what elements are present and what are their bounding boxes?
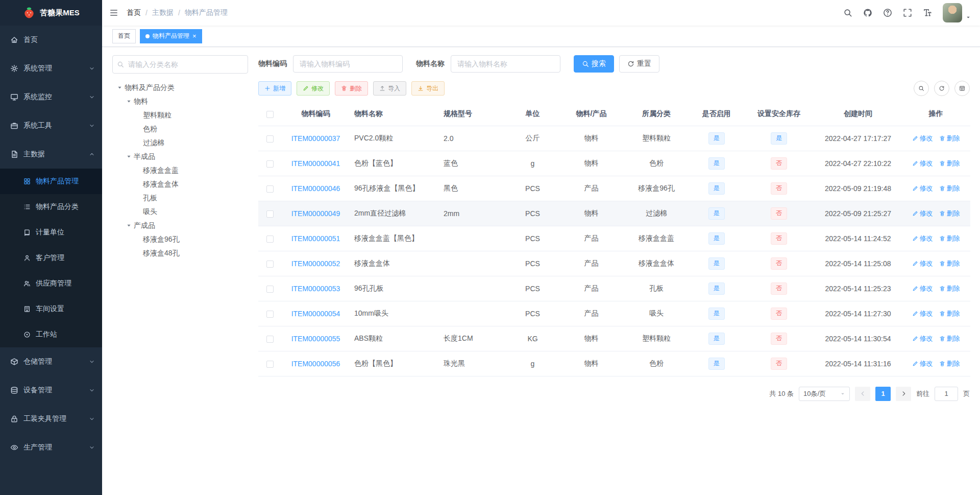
safety-stock-tag[interactable]: 否 xyxy=(771,308,787,320)
delete-link[interactable]: 删除 xyxy=(939,209,960,218)
delete-link[interactable]: 删除 xyxy=(939,159,960,168)
safety-stock-tag[interactable]: 否 xyxy=(771,358,787,370)
sidebar-item-fixture-management[interactable]: 工装夹具管理 xyxy=(0,405,102,433)
prev-page-button[interactable] xyxy=(855,387,870,401)
tree-node[interactable]: 移液盒96孔 xyxy=(112,232,248,246)
avatar[interactable] xyxy=(943,3,962,22)
font-size-icon[interactable] xyxy=(923,8,932,17)
import-button[interactable]: 导入 xyxy=(373,81,406,96)
safety-stock-tag[interactable]: 否 xyxy=(771,207,787,220)
material-name-input[interactable] xyxy=(451,55,560,73)
sidebar-item-system-management[interactable]: 系统管理 xyxy=(0,54,102,83)
material-code-link[interactable]: ITEM00000054 xyxy=(291,310,340,318)
material-code-link[interactable]: ITEM00000051 xyxy=(291,234,340,243)
export-button[interactable]: 导出 xyxy=(411,81,445,96)
tab-home[interactable]: 首页 xyxy=(112,29,136,43)
edit-link[interactable]: 修改 xyxy=(912,209,933,218)
search-icon[interactable] xyxy=(843,8,852,17)
safety-stock-tag[interactable]: 否 xyxy=(771,157,787,170)
enabled-tag[interactable]: 是 xyxy=(708,308,725,320)
tree-node[interactable]: 移液盒盒盖 xyxy=(112,163,248,177)
sidebar-item-system-monitor[interactable]: 系统监控 xyxy=(0,83,102,111)
sidebar-item-workstation[interactable]: 工作站 xyxy=(0,322,102,347)
tab-material-product-management[interactable]: 物料产品管理× xyxy=(140,29,202,43)
enabled-tag[interactable]: 是 xyxy=(708,157,725,170)
tree-node[interactable]: 移液盒48孔 xyxy=(112,246,248,260)
tree-node[interactable]: 移液盒盒体 xyxy=(112,177,248,191)
table-columns-button[interactable] xyxy=(954,81,970,96)
row-checkbox[interactable] xyxy=(266,286,274,293)
tree-node[interactable]: 吸头 xyxy=(112,205,248,219)
material-code-link[interactable]: ITEM00000056 xyxy=(291,360,340,368)
delete-link[interactable]: 删除 xyxy=(939,184,960,193)
add-button[interactable]: 新增 xyxy=(258,81,291,96)
sidebar-item-warehouse-management[interactable]: 仓储管理 xyxy=(0,347,102,376)
sidebar-item-measurement-unit[interactable]: 计量单位 xyxy=(0,220,102,245)
row-checkbox[interactable] xyxy=(266,336,274,343)
sidebar-item-production-management[interactable]: 生产管理 xyxy=(0,433,102,462)
sidebar-item-customer-management[interactable]: 客户管理 xyxy=(0,245,102,271)
material-code-link[interactable]: ITEM00000041 xyxy=(291,159,340,168)
edit-link[interactable]: 修改 xyxy=(912,259,933,268)
table-search-button[interactable] xyxy=(914,81,929,96)
tree-node[interactable]: 物料 xyxy=(112,95,248,108)
enabled-tag[interactable]: 是 xyxy=(708,257,725,270)
material-code-link[interactable]: ITEM00000046 xyxy=(291,184,340,193)
material-code-input[interactable] xyxy=(293,55,403,73)
row-checkbox[interactable] xyxy=(266,261,274,268)
breadcrumb-item[interactable]: 首页 xyxy=(127,8,141,17)
edit-link[interactable]: 修改 xyxy=(912,159,933,168)
delete-link[interactable]: 删除 xyxy=(939,334,960,343)
fullscreen-icon[interactable] xyxy=(903,8,912,17)
caret-right-icon[interactable] xyxy=(124,154,134,159)
delete-link[interactable]: 删除 xyxy=(939,359,960,368)
row-checkbox[interactable] xyxy=(266,160,274,168)
caret-right-icon[interactable] xyxy=(114,85,125,90)
material-code-link[interactable]: ITEM00000053 xyxy=(291,285,340,293)
sidebar-item-material-product-category[interactable]: 物料产品分类 xyxy=(0,194,102,220)
row-checkbox[interactable] xyxy=(266,361,274,368)
row-checkbox[interactable] xyxy=(266,185,274,193)
enabled-tag[interactable]: 是 xyxy=(708,232,725,245)
next-page-button[interactable] xyxy=(896,387,911,401)
delete-link[interactable]: 删除 xyxy=(939,259,960,268)
sidebar-item-home[interactable]: 首页 xyxy=(0,26,102,54)
safety-stock-tag[interactable]: 否 xyxy=(771,333,787,345)
enabled-tag[interactable]: 是 xyxy=(708,207,725,220)
sidebar-item-system-tools[interactable]: 系统工具 xyxy=(0,111,102,140)
material-code-link[interactable]: ITEM00000037 xyxy=(291,134,340,143)
github-icon[interactable] xyxy=(863,8,872,17)
caret-right-icon[interactable] xyxy=(124,99,134,104)
enabled-tag[interactable]: 是 xyxy=(708,182,725,195)
edit-link[interactable]: 修改 xyxy=(912,184,933,193)
safety-stock-tag[interactable]: 否 xyxy=(771,232,787,245)
delete-link[interactable]: 删除 xyxy=(939,134,960,143)
enabled-tag[interactable]: 是 xyxy=(708,132,725,145)
sidebar-item-workshop-settings[interactable]: 车间设置 xyxy=(0,296,102,322)
row-checkbox[interactable] xyxy=(266,210,274,218)
tree-node[interactable]: 物料及产品分类 xyxy=(112,81,248,95)
safety-stock-tag[interactable]: 否 xyxy=(771,257,787,270)
row-checkbox[interactable] xyxy=(266,135,274,143)
row-checkbox[interactable] xyxy=(266,311,274,318)
caret-right-icon[interactable] xyxy=(124,223,134,228)
safety-stock-tag[interactable]: 否 xyxy=(771,182,787,195)
material-code-link[interactable]: ITEM00000049 xyxy=(291,209,340,218)
material-code-link[interactable]: ITEM00000052 xyxy=(291,260,340,268)
sidebar-item-material-product-management[interactable]: 物料产品管理 xyxy=(0,169,102,194)
delete-button[interactable]: 删除 xyxy=(335,81,368,96)
reset-button[interactable]: 重置 xyxy=(619,55,659,73)
edit-link[interactable]: 修改 xyxy=(912,234,933,243)
tree-node[interactable]: 产成品 xyxy=(112,219,248,232)
tree-node[interactable]: 色粉 xyxy=(112,122,248,136)
delete-link[interactable]: 删除 xyxy=(939,284,960,293)
safety-stock-tag[interactable]: 是 xyxy=(771,132,787,145)
tree-node[interactable]: 孔板 xyxy=(112,191,248,205)
edit-button[interactable]: 修改 xyxy=(297,81,330,96)
sidebar-item-equipment-management[interactable]: 设备管理 xyxy=(0,376,102,405)
edit-link[interactable]: 修改 xyxy=(912,284,933,293)
enabled-tag[interactable]: 是 xyxy=(708,333,725,345)
caret-down-icon[interactable] xyxy=(966,15,971,20)
enabled-tag[interactable]: 是 xyxy=(708,282,725,295)
tree-node[interactable]: 半成品 xyxy=(112,150,248,163)
